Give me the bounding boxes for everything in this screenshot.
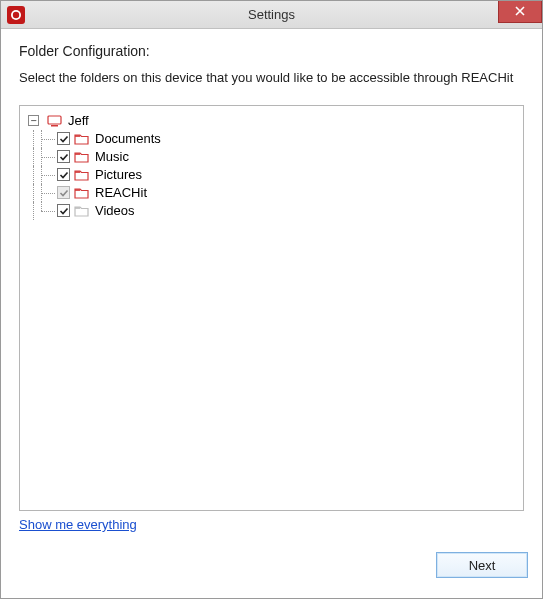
folder-icon xyxy=(74,151,89,163)
tree-item-label: Videos xyxy=(95,203,135,218)
window-title: Settings xyxy=(1,7,542,22)
settings-window: Settings Folder Configuration: Select th… xyxy=(0,0,543,599)
folder-checkbox[interactable] xyxy=(57,150,70,163)
svg-rect-3 xyxy=(51,125,58,127)
page-heading: Folder Configuration: xyxy=(19,43,524,59)
tree-item-label: Music xyxy=(95,149,129,164)
tree-connector xyxy=(41,202,55,220)
tree-connector xyxy=(41,184,55,202)
tree-connector xyxy=(41,148,55,166)
folder-checkbox[interactable] xyxy=(57,204,70,217)
page-subtext: Select the folders on this device that y… xyxy=(19,69,524,87)
folder-checkbox xyxy=(57,186,70,199)
folder-icon xyxy=(74,205,89,217)
svg-rect-6 xyxy=(75,171,80,173)
next-button[interactable]: Next xyxy=(436,552,528,578)
tree-connector xyxy=(28,184,39,202)
content-area: Folder Configuration: Select the folders… xyxy=(1,29,542,542)
svg-rect-7 xyxy=(75,189,80,191)
folder-icon xyxy=(74,187,89,199)
link-row: Show me everything xyxy=(19,517,524,532)
tree-connector xyxy=(41,130,55,148)
tree-connector xyxy=(41,166,55,184)
folder-checkbox[interactable] xyxy=(57,168,70,181)
tree-connector xyxy=(28,148,39,166)
expand-toggle[interactable]: − xyxy=(28,115,39,126)
svg-rect-5 xyxy=(75,153,80,155)
tree-connector xyxy=(28,202,39,220)
tree-item-label: REACHit xyxy=(95,185,147,200)
tree-item-label: Documents xyxy=(95,131,161,146)
folder-icon xyxy=(74,133,89,145)
folder-checkbox[interactable] xyxy=(57,132,70,145)
svg-rect-8 xyxy=(75,207,80,209)
tree-connector xyxy=(28,166,39,184)
tree-connector xyxy=(28,130,39,148)
svg-point-1 xyxy=(13,11,19,17)
svg-rect-4 xyxy=(75,135,80,137)
folder-tree[interactable]: − Jeff DocumentsMusicPicturesREACHitVide… xyxy=(19,105,524,511)
tree-item[interactable]: REACHit xyxy=(24,184,519,202)
tree-item-label: Pictures xyxy=(95,167,142,182)
app-icon xyxy=(7,6,25,24)
tree-root-node[interactable]: − Jeff xyxy=(24,112,519,130)
tree-root-label: Jeff xyxy=(68,113,89,128)
close-button[interactable] xyxy=(498,1,542,23)
tree-item[interactable]: Pictures xyxy=(24,166,519,184)
titlebar: Settings xyxy=(1,1,542,29)
tree-item[interactable]: Music xyxy=(24,148,519,166)
close-icon xyxy=(515,6,525,16)
tree-item[interactable]: Videos xyxy=(24,202,519,220)
tree-item[interactable]: Documents xyxy=(24,130,519,148)
svg-rect-2 xyxy=(48,116,61,124)
show-everything-link[interactable]: Show me everything xyxy=(19,517,137,532)
footer: Next xyxy=(1,542,542,598)
computer-icon xyxy=(47,115,62,127)
folder-icon xyxy=(74,169,89,181)
